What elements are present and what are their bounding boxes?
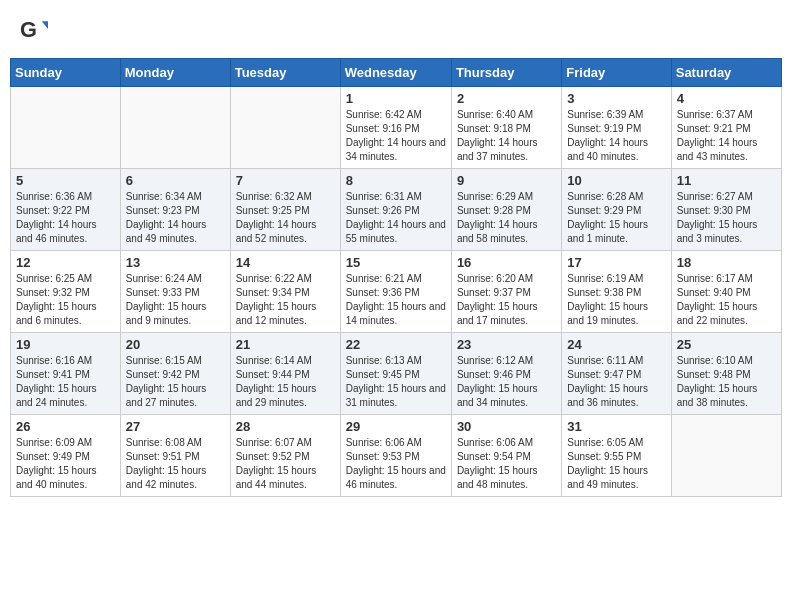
day-number: 9	[457, 173, 556, 188]
day-header-saturday: Saturday	[671, 59, 781, 87]
logo-icon: G	[20, 15, 48, 43]
day-info: Sunrise: 6:17 AM Sunset: 9:40 PM Dayligh…	[677, 272, 776, 328]
calendar-cell: 23Sunrise: 6:12 AM Sunset: 9:46 PM Dayli…	[451, 333, 561, 415]
calendar-cell: 16Sunrise: 6:20 AM Sunset: 9:37 PM Dayli…	[451, 251, 561, 333]
calendar-cell: 26Sunrise: 6:09 AM Sunset: 9:49 PM Dayli…	[11, 415, 121, 497]
calendar-cell: 5Sunrise: 6:36 AM Sunset: 9:22 PM Daylig…	[11, 169, 121, 251]
day-info: Sunrise: 6:28 AM Sunset: 9:29 PM Dayligh…	[567, 190, 665, 246]
calendar-cell	[230, 87, 340, 169]
calendar-cell: 29Sunrise: 6:06 AM Sunset: 9:53 PM Dayli…	[340, 415, 451, 497]
day-header-wednesday: Wednesday	[340, 59, 451, 87]
day-header-thursday: Thursday	[451, 59, 561, 87]
day-number: 11	[677, 173, 776, 188]
day-number: 18	[677, 255, 776, 270]
day-info: Sunrise: 6:14 AM Sunset: 9:44 PM Dayligh…	[236, 354, 335, 410]
calendar-cell: 25Sunrise: 6:10 AM Sunset: 9:48 PM Dayli…	[671, 333, 781, 415]
day-number: 31	[567, 419, 665, 434]
day-number: 24	[567, 337, 665, 352]
calendar-cell: 2Sunrise: 6:40 AM Sunset: 9:18 PM Daylig…	[451, 87, 561, 169]
day-info: Sunrise: 6:21 AM Sunset: 9:36 PM Dayligh…	[346, 272, 446, 328]
day-number: 26	[16, 419, 115, 434]
day-number: 16	[457, 255, 556, 270]
calendar-cell: 31Sunrise: 6:05 AM Sunset: 9:55 PM Dayli…	[562, 415, 671, 497]
day-number: 4	[677, 91, 776, 106]
calendar-cell: 13Sunrise: 6:24 AM Sunset: 9:33 PM Dayli…	[120, 251, 230, 333]
day-info: Sunrise: 6:16 AM Sunset: 9:41 PM Dayligh…	[16, 354, 115, 410]
day-number: 25	[677, 337, 776, 352]
day-number: 29	[346, 419, 446, 434]
day-info: Sunrise: 6:29 AM Sunset: 9:28 PM Dayligh…	[457, 190, 556, 246]
day-number: 22	[346, 337, 446, 352]
day-number: 8	[346, 173, 446, 188]
calendar-cell: 15Sunrise: 6:21 AM Sunset: 9:36 PM Dayli…	[340, 251, 451, 333]
day-info: Sunrise: 6:05 AM Sunset: 9:55 PM Dayligh…	[567, 436, 665, 492]
calendar-cell: 6Sunrise: 6:34 AM Sunset: 9:23 PM Daylig…	[120, 169, 230, 251]
day-info: Sunrise: 6:09 AM Sunset: 9:49 PM Dayligh…	[16, 436, 115, 492]
day-number: 13	[126, 255, 225, 270]
svg-text:G: G	[20, 17, 37, 42]
day-number: 3	[567, 91, 665, 106]
calendar-cell: 18Sunrise: 6:17 AM Sunset: 9:40 PM Dayli…	[671, 251, 781, 333]
calendar-cell: 24Sunrise: 6:11 AM Sunset: 9:47 PM Dayli…	[562, 333, 671, 415]
day-number: 15	[346, 255, 446, 270]
calendar-cell: 17Sunrise: 6:19 AM Sunset: 9:38 PM Dayli…	[562, 251, 671, 333]
calendar-week-row: 19Sunrise: 6:16 AM Sunset: 9:41 PM Dayli…	[11, 333, 782, 415]
day-info: Sunrise: 6:10 AM Sunset: 9:48 PM Dayligh…	[677, 354, 776, 410]
day-info: Sunrise: 6:20 AM Sunset: 9:37 PM Dayligh…	[457, 272, 556, 328]
calendar-cell: 9Sunrise: 6:29 AM Sunset: 9:28 PM Daylig…	[451, 169, 561, 251]
calendar-cell: 28Sunrise: 6:07 AM Sunset: 9:52 PM Dayli…	[230, 415, 340, 497]
day-info: Sunrise: 6:32 AM Sunset: 9:25 PM Dayligh…	[236, 190, 335, 246]
day-info: Sunrise: 6:24 AM Sunset: 9:33 PM Dayligh…	[126, 272, 225, 328]
day-info: Sunrise: 6:34 AM Sunset: 9:23 PM Dayligh…	[126, 190, 225, 246]
day-info: Sunrise: 6:06 AM Sunset: 9:54 PM Dayligh…	[457, 436, 556, 492]
day-info: Sunrise: 6:12 AM Sunset: 9:46 PM Dayligh…	[457, 354, 556, 410]
day-info: Sunrise: 6:15 AM Sunset: 9:42 PM Dayligh…	[126, 354, 225, 410]
calendar-table: SundayMondayTuesdayWednesdayThursdayFrid…	[10, 58, 782, 497]
day-header-monday: Monday	[120, 59, 230, 87]
calendar-cell: 3Sunrise: 6:39 AM Sunset: 9:19 PM Daylig…	[562, 87, 671, 169]
day-info: Sunrise: 6:06 AM Sunset: 9:53 PM Dayligh…	[346, 436, 446, 492]
calendar-cell	[11, 87, 121, 169]
day-number: 23	[457, 337, 556, 352]
day-info: Sunrise: 6:25 AM Sunset: 9:32 PM Dayligh…	[16, 272, 115, 328]
day-info: Sunrise: 6:19 AM Sunset: 9:38 PM Dayligh…	[567, 272, 665, 328]
day-info: Sunrise: 6:37 AM Sunset: 9:21 PM Dayligh…	[677, 108, 776, 164]
calendar-cell	[120, 87, 230, 169]
calendar-cell: 19Sunrise: 6:16 AM Sunset: 9:41 PM Dayli…	[11, 333, 121, 415]
calendar-cell: 27Sunrise: 6:08 AM Sunset: 9:51 PM Dayli…	[120, 415, 230, 497]
day-info: Sunrise: 6:40 AM Sunset: 9:18 PM Dayligh…	[457, 108, 556, 164]
day-info: Sunrise: 6:31 AM Sunset: 9:26 PM Dayligh…	[346, 190, 446, 246]
day-info: Sunrise: 6:36 AM Sunset: 9:22 PM Dayligh…	[16, 190, 115, 246]
day-number: 12	[16, 255, 115, 270]
calendar-cell: 21Sunrise: 6:14 AM Sunset: 9:44 PM Dayli…	[230, 333, 340, 415]
calendar-cell	[671, 415, 781, 497]
calendar-week-row: 5Sunrise: 6:36 AM Sunset: 9:22 PM Daylig…	[11, 169, 782, 251]
day-number: 21	[236, 337, 335, 352]
page-header: G	[10, 10, 782, 48]
calendar-cell: 12Sunrise: 6:25 AM Sunset: 9:32 PM Dayli…	[11, 251, 121, 333]
day-number: 27	[126, 419, 225, 434]
day-info: Sunrise: 6:13 AM Sunset: 9:45 PM Dayligh…	[346, 354, 446, 410]
day-info: Sunrise: 6:27 AM Sunset: 9:30 PM Dayligh…	[677, 190, 776, 246]
calendar-cell: 30Sunrise: 6:06 AM Sunset: 9:54 PM Dayli…	[451, 415, 561, 497]
calendar-cell: 22Sunrise: 6:13 AM Sunset: 9:45 PM Dayli…	[340, 333, 451, 415]
day-info: Sunrise: 6:39 AM Sunset: 9:19 PM Dayligh…	[567, 108, 665, 164]
day-number: 10	[567, 173, 665, 188]
day-number: 2	[457, 91, 556, 106]
calendar-week-row: 12Sunrise: 6:25 AM Sunset: 9:32 PM Dayli…	[11, 251, 782, 333]
day-number: 20	[126, 337, 225, 352]
day-info: Sunrise: 6:42 AM Sunset: 9:16 PM Dayligh…	[346, 108, 446, 164]
calendar-header-row: SundayMondayTuesdayWednesdayThursdayFrid…	[11, 59, 782, 87]
day-number: 28	[236, 419, 335, 434]
day-number: 6	[126, 173, 225, 188]
svg-marker-1	[42, 21, 48, 29]
day-header-sunday: Sunday	[11, 59, 121, 87]
day-number: 17	[567, 255, 665, 270]
calendar-week-row: 26Sunrise: 6:09 AM Sunset: 9:49 PM Dayli…	[11, 415, 782, 497]
calendar-cell: 10Sunrise: 6:28 AM Sunset: 9:29 PM Dayli…	[562, 169, 671, 251]
calendar-cell: 11Sunrise: 6:27 AM Sunset: 9:30 PM Dayli…	[671, 169, 781, 251]
day-info: Sunrise: 6:22 AM Sunset: 9:34 PM Dayligh…	[236, 272, 335, 328]
calendar-cell: 20Sunrise: 6:15 AM Sunset: 9:42 PM Dayli…	[120, 333, 230, 415]
calendar-cell: 7Sunrise: 6:32 AM Sunset: 9:25 PM Daylig…	[230, 169, 340, 251]
logo: G	[20, 15, 52, 43]
